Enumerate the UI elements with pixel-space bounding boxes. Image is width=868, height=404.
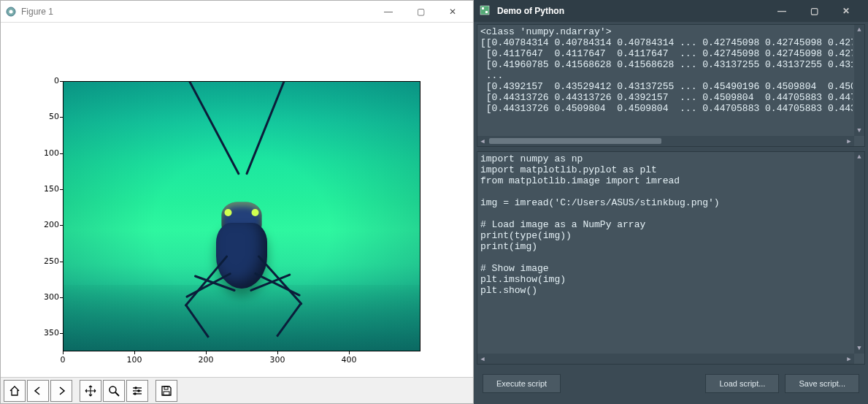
pan-button[interactable] xyxy=(80,380,101,402)
svg-line-3 xyxy=(115,392,119,396)
scroll-left-icon[interactable]: ◀ xyxy=(479,137,486,145)
scroll-left-icon[interactable]: ◀ xyxy=(479,355,486,362)
output-scroll-thumb[interactable] xyxy=(489,138,661,144)
load-script-button[interactable]: Load script... xyxy=(705,374,779,393)
scroll-right-icon[interactable]: ▶ xyxy=(845,137,853,145)
svg-point-2 xyxy=(110,386,116,393)
figure-title: Figure 1 xyxy=(21,7,372,17)
ide-maximize-button[interactable]: ▢ xyxy=(798,1,830,21)
y-tick-label: 50 xyxy=(30,112,59,121)
code-scrollbar-horizontal[interactable]: ◀ ▶ xyxy=(477,354,854,364)
ide-minimize-button[interactable]: — xyxy=(766,1,798,21)
output-pane[interactable]: <class 'numpy.ndarray'> [[0.40784314 0.4… xyxy=(477,24,865,147)
ide-window: Demo of Python — ▢ ✕ <class 'numpy.ndarr… xyxy=(474,0,868,404)
y-tick-label: 250 xyxy=(30,256,59,266)
y-tick-label: 300 xyxy=(30,292,59,302)
output-scrollbar-horizontal[interactable]: ◀ ▶ xyxy=(477,136,854,146)
svg-rect-11 xyxy=(164,392,169,395)
back-button[interactable] xyxy=(27,380,49,402)
zoom-button[interactable] xyxy=(103,380,125,402)
figure-minimize-button[interactable]: — xyxy=(372,1,404,22)
scroll-up-icon[interactable]: ▲ xyxy=(856,153,863,161)
ide-button-row: Execute script Load script... Save scrip… xyxy=(474,367,868,400)
code-text[interactable]: import numpy as np import matplotlib.pyp… xyxy=(480,153,853,352)
output-scrollbar-vertical[interactable]: ▲ ▼ xyxy=(854,25,864,136)
mpl-toolbar xyxy=(1,377,473,403)
svg-point-1 xyxy=(9,9,13,13)
figure-titlebar[interactable]: Figure 1 — ▢ ✕ xyxy=(1,1,473,23)
svg-point-7 xyxy=(137,389,140,392)
home-button[interactable] xyxy=(4,380,26,402)
output-text[interactable]: <class 'numpy.ndarray'> [[0.40784314 0.4… xyxy=(480,26,853,134)
figure-close-button[interactable]: ✕ xyxy=(437,1,469,22)
svg-rect-12 xyxy=(480,6,489,15)
ide-title: Demo of Python xyxy=(497,6,564,16)
svg-rect-13 xyxy=(482,7,484,9)
svg-point-9 xyxy=(134,392,137,395)
scroll-down-icon[interactable]: ▼ xyxy=(856,345,863,352)
code-scrollbar-vertical[interactable]: ▲ ▼ xyxy=(854,152,864,354)
code-pane[interactable]: import numpy as np import matplotlib.pyp… xyxy=(477,151,865,365)
subplots-button[interactable] xyxy=(126,380,148,402)
y-tick-label: 100 xyxy=(30,148,59,158)
figure-canvas[interactable]: 0501001502002503003500100200300400 xyxy=(1,23,473,377)
x-tick-label: 400 xyxy=(338,355,360,365)
x-tick-label: 300 xyxy=(266,355,288,365)
scroll-up-icon[interactable]: ▲ xyxy=(856,26,863,34)
execute-script-button[interactable]: Execute script xyxy=(483,374,561,393)
forward-button[interactable] xyxy=(50,380,72,402)
svg-point-5 xyxy=(134,386,137,389)
scroll-right-icon[interactable]: ▶ xyxy=(845,355,853,362)
figure-app-icon xyxy=(5,6,17,18)
stinkbug-image xyxy=(147,120,337,339)
plot-image xyxy=(63,81,420,351)
y-tick-label: 200 xyxy=(30,220,59,229)
save-script-button[interactable]: Save script... xyxy=(785,374,859,393)
x-tick-label: 100 xyxy=(123,355,145,365)
ide-app-icon xyxy=(480,5,491,17)
scroll-down-icon[interactable]: ▼ xyxy=(856,127,863,134)
x-tick-label: 200 xyxy=(195,355,217,365)
ide-titlebar[interactable]: Demo of Python — ▢ ✕ xyxy=(474,0,868,22)
x-tick-label: 0 xyxy=(52,355,74,365)
ide-close-button[interactable]: ✕ xyxy=(830,1,862,21)
figure-window: Figure 1 — ▢ ✕ 0501001502002 xyxy=(0,0,474,404)
y-tick-label: 150 xyxy=(30,184,59,194)
y-tick-label: 0 xyxy=(30,76,59,85)
save-button[interactable] xyxy=(155,380,177,402)
figure-maximize-button[interactable]: ▢ xyxy=(404,1,437,22)
svg-rect-14 xyxy=(485,11,488,13)
y-tick-label: 350 xyxy=(30,328,59,338)
